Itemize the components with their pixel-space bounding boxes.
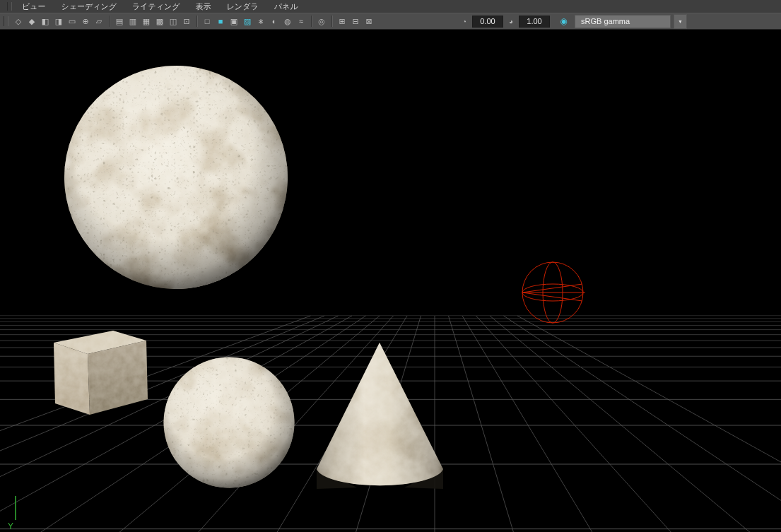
toolbar-separator: [109, 16, 110, 27]
isolate-select-icon[interactable]: ◎: [315, 15, 328, 28]
menu-lighting[interactable]: ライティング: [132, 0, 180, 13]
cone-object[interactable]: [317, 343, 443, 489]
toolbar-grip[interactable]: [4, 16, 8, 26]
select-camera-icon[interactable]: ◇: [12, 15, 25, 28]
field-chart-icon[interactable]: ▩: [153, 15, 166, 28]
menu-view[interactable]: ビュー: [22, 0, 46, 13]
panel-toolbar: ◇◆◧◨▭⊕▱▤▥▦▩◫⊡□■▣▨∗◐◍≈◎⊞⊟⊠ ◔ ◕ ◉ sRGB gam…: [0, 13, 781, 30]
wireframe-on-shaded-icon[interactable]: ▣: [228, 15, 240, 28]
toolbar-separator: [331, 16, 332, 27]
gate-mask-icon[interactable]: ▦: [140, 15, 153, 28]
safe-action-icon[interactable]: ◫: [167, 15, 180, 28]
toolbar-group: ⊞⊟⊠: [336, 15, 375, 28]
viewport-canvas[interactable]: Y: [0, 30, 781, 532]
toolbar-separator: [311, 16, 312, 27]
toolbar-group: ▤▥▦▩◫⊡: [113, 15, 193, 28]
smooth-shade-icon[interactable]: ■: [214, 15, 227, 28]
camera-attributes-icon[interactable]: ◧: [39, 15, 52, 28]
use-all-lights-icon[interactable]: ∗: [254, 15, 267, 28]
axis-y-label: Y: [8, 521, 13, 531]
image-overlay-icon[interactable]: ⊠: [363, 15, 375, 28]
occlusion-icon[interactable]: ◍: [281, 15, 294, 28]
small-sphere-object[interactable]: [164, 357, 295, 488]
toolbar-group: ◎: [315, 15, 328, 28]
bookmarks-icon[interactable]: ◨: [52, 15, 65, 28]
view-transform-dropdown[interactable]: sRGB gamma: [575, 15, 671, 28]
wireframe-icon[interactable]: □: [201, 15, 213, 28]
frame-buffer-icon[interactable]: ⊞: [336, 15, 348, 28]
directional-light-object[interactable]: [522, 262, 585, 323]
gamma-input[interactable]: [519, 16, 550, 28]
snapshot-icon[interactable]: ⊟: [349, 15, 362, 28]
toolbar-icon-groups: ◇◆◧◨▭⊕▱▤▥▦▩◫⊡□■▣▨∗◐◍≈◎⊞⊟⊠: [12, 15, 375, 28]
resolution-gate-icon[interactable]: ▥: [127, 15, 139, 28]
anti-alias-icon[interactable]: ≈: [295, 15, 307, 28]
panel-menu-bar: ビューシェーディングライティング表示レンダラパネル: [0, 0, 781, 13]
menu-show[interactable]: 表示: [196, 0, 211, 13]
lock-camera-icon[interactable]: ◆: [25, 15, 38, 28]
exposure-input[interactable]: [472, 16, 503, 28]
shadows-icon[interactable]: ◐: [268, 15, 281, 28]
image-plane-icon[interactable]: ▭: [66, 15, 78, 28]
color-management-icon[interactable]: ◉: [558, 16, 570, 28]
toolbar-group: □■▣▨∗◐◍≈: [201, 15, 307, 28]
toolbar-separator: [196, 16, 197, 27]
cube-object[interactable]: [54, 331, 148, 415]
exposure-icon[interactable]: ◔: [459, 16, 470, 27]
menu-renderer[interactable]: レンダラ: [227, 0, 259, 13]
grease-pencil-icon[interactable]: ▱: [93, 15, 105, 28]
view-transform-arrow-icon[interactable]: ▼: [674, 14, 687, 29]
menu-grip[interactable]: [7, 2, 12, 11]
two-d-pan-zoom-icon[interactable]: ⊕: [79, 15, 92, 28]
viewport-3d[interactable]: Y: [0, 30, 781, 532]
safe-title-icon[interactable]: ⊡: [180, 15, 193, 28]
film-gate-icon[interactable]: ▤: [113, 15, 126, 28]
menu-shading[interactable]: シェーディング: [61, 0, 117, 13]
axis-indicator: Y: [8, 496, 16, 531]
menu-panels[interactable]: パネル: [274, 0, 298, 13]
view-transform-label: sRGB gamma: [581, 17, 630, 25]
large-sphere-object[interactable]: [64, 66, 288, 289]
gamma-icon[interactable]: ◕: [505, 16, 517, 27]
maya-viewport-panel: ビューシェーディングライティング表示レンダラパネル ◇◆◧◨▭⊕▱▤▥▦▩◫⊡□…: [0, 0, 781, 532]
toolbar-color-controls: ◔ ◕ ◉ sRGB gamma ▼: [459, 14, 687, 29]
toolbar-group: ◇◆◧◨▭⊕▱: [12, 15, 105, 28]
textured-icon[interactable]: ▨: [241, 15, 254, 28]
